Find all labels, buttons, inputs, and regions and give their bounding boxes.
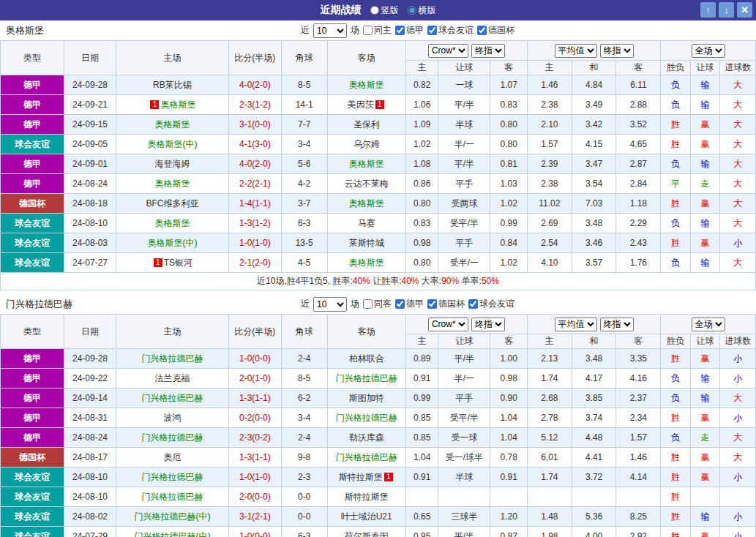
- close-icon[interactable]: ✕: [737, 2, 752, 18]
- final-odds-select[interactable]: 终指: [471, 318, 505, 331]
- league-type-cell: 德甲: [1, 349, 64, 369]
- avg-home: 2.68: [527, 388, 572, 408]
- average-odds-select[interactable]: 平均值: [555, 318, 597, 331]
- avg-draw: 7.03: [572, 194, 616, 214]
- filter-checkbox[interactable]: 球会友谊: [468, 298, 514, 310]
- result-handicap: 输: [690, 75, 720, 95]
- result-goals: 小: [720, 233, 756, 253]
- full-match-select[interactable]: 全场: [692, 44, 725, 58]
- result-goals: 小: [720, 349, 756, 369]
- odds-handicap: 受一/球半: [438, 448, 490, 467]
- filter-checkbox[interactable]: 同主: [363, 24, 392, 37]
- filter-checkbox-input[interactable]: [468, 299, 478, 309]
- odds-handicap: 平手: [438, 388, 490, 408]
- filter-checkbox-label: 德国杯: [438, 298, 465, 310]
- result-outcome: 胜: [661, 487, 691, 507]
- column-subheader: 让球: [438, 334, 490, 349]
- score: 1-3(1-1): [228, 448, 281, 467]
- odds-home: 0.98: [405, 233, 438, 253]
- result-handicap: 赢: [690, 233, 720, 253]
- result-goals: 大: [720, 253, 756, 273]
- filter-checkbox[interactable]: 德国杯: [427, 298, 465, 310]
- avg-home: 2.39: [527, 154, 572, 174]
- average-odds-select[interactable]: 平均值: [555, 44, 597, 58]
- team-name-text: 门兴格拉德巴赫: [336, 413, 397, 423]
- corner-count: 0-0: [281, 507, 327, 527]
- filter-checkbox-input[interactable]: [363, 26, 373, 35]
- result-handicap: [690, 487, 720, 507]
- away-team: 奥格斯堡: [327, 154, 405, 174]
- result-goals: 大: [720, 194, 756, 214]
- vertical-layout-radio[interactable]: [370, 6, 379, 15]
- result-handicap: 赢: [690, 467, 720, 487]
- section-header: 奥格斯堡近10场同主德甲球会友谊德国杯: [0, 20, 756, 40]
- summary-segment: 单率:: [459, 276, 482, 286]
- odds-group-header: 平均值终指: [527, 41, 660, 61]
- home-team: 奥格斯堡(中): [116, 233, 228, 253]
- corner-count: 5-6: [281, 154, 327, 174]
- horizontal-layout-radio[interactable]: [408, 6, 416, 15]
- column-header: 主场: [116, 315, 228, 349]
- avg-draw: 3.46: [572, 233, 616, 253]
- filter-checkbox[interactable]: 同客: [363, 298, 392, 310]
- filter-checkbox-input[interactable]: [363, 299, 373, 309]
- result-outcome: 负: [661, 214, 691, 233]
- result-outcome: 胜: [661, 527, 691, 537]
- avg-draw: [572, 487, 616, 507]
- filter-checkbox[interactable]: 德甲: [395, 24, 424, 37]
- odds-handicap: 平手: [438, 174, 490, 194]
- section-header: 门兴格拉德巴赫近10场同客德甲德国杯球会友谊: [0, 294, 756, 314]
- final-odds-select[interactable]: 终指: [600, 318, 634, 331]
- odds-home: 0.82: [405, 75, 438, 95]
- avg-draw: 4.00: [572, 527, 616, 537]
- odds-handicap: 半/一: [438, 369, 490, 388]
- away-team: 门兴格拉德巴赫: [327, 408, 405, 428]
- match-row: 球会友谊24-07-29门兴格拉德巴赫(中)1-0(0-0)6-3荷尔斯泰因0.…: [1, 527, 756, 537]
- odds-away: 1.02: [490, 253, 528, 273]
- layout-option-vertical[interactable]: 竖版: [370, 4, 399, 17]
- avg-home: 1.48: [527, 507, 572, 527]
- filter-checkbox[interactable]: 球会友谊: [427, 24, 474, 37]
- filter-checkbox-input[interactable]: [395, 26, 405, 35]
- match-row: 球会友谊24-08-10奥格斯堡1-3(1-2)6-3马赛0.83受平/半0.9…: [1, 214, 756, 233]
- final-odds-select[interactable]: 终指: [600, 44, 634, 58]
- column-subheader: 主: [405, 61, 438, 75]
- filter-checkbox-input[interactable]: [477, 26, 487, 35]
- league-type-cell: 德甲: [1, 154, 64, 174]
- home-team: 门兴格拉德巴赫(中): [116, 507, 228, 527]
- filter-checkbox[interactable]: 德甲: [395, 298, 424, 310]
- scroll-down-icon[interactable]: ↓: [719, 2, 734, 18]
- bookmaker-select[interactable]: Crow*: [428, 44, 468, 58]
- filter-checkbox-label: 德甲: [406, 24, 424, 37]
- scroll-up-icon[interactable]: ↑: [700, 2, 716, 18]
- team-name-text: 门兴格拉德巴赫(中): [134, 511, 210, 522]
- odds-home: 0.85: [405, 428, 438, 448]
- full-match-select[interactable]: 全场: [692, 318, 725, 331]
- home-team: 奥格斯堡: [116, 115, 228, 135]
- filter-checkbox-input[interactable]: [427, 299, 437, 309]
- layout-option-horizontal[interactable]: 横版: [408, 4, 436, 17]
- filter-controls: 近10场同客德甲德国杯球会友谊: [301, 297, 514, 312]
- filter-checkbox[interactable]: 德国杯: [477, 24, 514, 37]
- team-name-text: 奥格斯堡: [349, 198, 384, 209]
- score: 1-3(1-1): [228, 388, 281, 408]
- match-count-select[interactable]: 10: [313, 297, 347, 312]
- odds-away: 1.07: [490, 75, 528, 95]
- filter-checkbox-input[interactable]: [427, 26, 437, 35]
- final-odds-select[interactable]: 终指: [471, 44, 505, 58]
- match-date: 24-08-03: [64, 233, 116, 253]
- corner-count: 6-3: [281, 527, 327, 537]
- result-outcome: 负: [661, 369, 691, 388]
- column-header: 客场: [327, 41, 405, 75]
- away-team: 柏林联合: [327, 349, 405, 369]
- panel-title: 近期战绩: [321, 4, 362, 17]
- home-team: 法兰克福: [116, 369, 228, 388]
- filter-checkbox-input[interactable]: [395, 299, 405, 309]
- avg-home: 1.74: [527, 369, 572, 388]
- avg-home: 2.38: [527, 174, 572, 194]
- league-type-cell: 德甲: [1, 428, 64, 448]
- league-type-cell: 球会友谊: [1, 467, 64, 487]
- result-outcome: 胜: [661, 448, 691, 467]
- bookmaker-select[interactable]: Crow*: [428, 318, 468, 331]
- match-count-select[interactable]: 10: [313, 23, 347, 38]
